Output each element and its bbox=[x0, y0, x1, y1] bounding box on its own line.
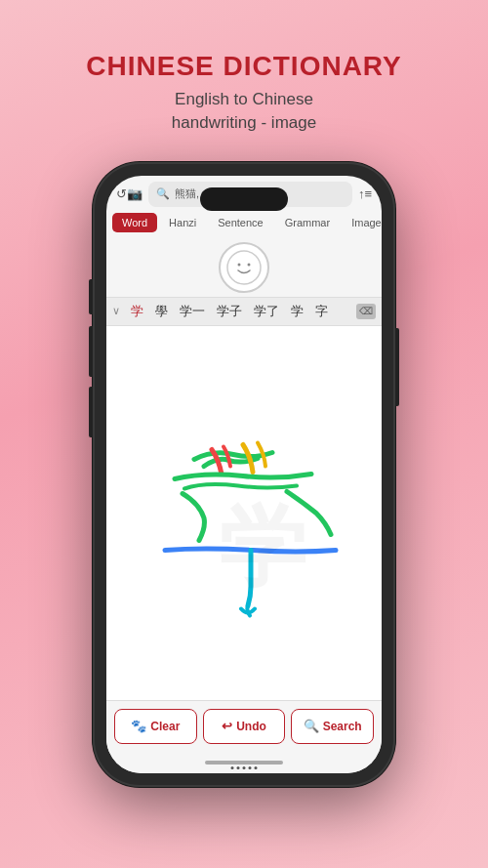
smiley-face bbox=[219, 242, 269, 293]
home-indicator bbox=[106, 752, 382, 773]
search-icon: 🔍 bbox=[156, 187, 170, 200]
svg-point-0 bbox=[227, 251, 261, 284]
tab-hanzi[interactable]: Hanzi bbox=[159, 213, 206, 232]
home-bar bbox=[205, 761, 283, 765]
tabs-row: Word Hanzi Sentence Grammar Image bbox=[106, 213, 382, 232]
char-suggestions-row: ∨ 学 學 学一 学子 学了 学 字 ⌫ bbox=[106, 297, 382, 326]
refresh-icon[interactable]: ↺ bbox=[116, 186, 127, 201]
char-option-0[interactable]: 学 bbox=[126, 301, 148, 322]
phone-speaker bbox=[231, 766, 258, 769]
expand-icon[interactable]: ∨ bbox=[112, 305, 120, 317]
delete-char-button[interactable]: ⌫ bbox=[356, 304, 376, 319]
settings-icon[interactable]: ≡ bbox=[364, 186, 372, 201]
drawing-canvas: 学 bbox=[106, 326, 382, 700]
char-option-1[interactable]: 學 bbox=[150, 301, 173, 322]
char-option-4[interactable]: 学了 bbox=[249, 301, 284, 322]
bottom-buttons: 🐾 Clear ↩ Undo 🔍 Search bbox=[106, 700, 382, 752]
app-subtitle: English to Chinese handwriting - image bbox=[172, 88, 316, 135]
smiley-area bbox=[106, 236, 382, 297]
undo-button[interactable]: ↩ Undo bbox=[203, 709, 286, 744]
volume-up-button bbox=[89, 326, 93, 377]
clear-icon: 🐾 bbox=[131, 719, 146, 733]
tab-sentence[interactable]: Sentence bbox=[208, 213, 272, 232]
search-button[interactable]: 🔍 Search bbox=[291, 709, 374, 744]
app-title: CHINESE DICTIONARY bbox=[86, 51, 401, 82]
power-button bbox=[395, 328, 399, 406]
volume-down-button bbox=[89, 387, 93, 437]
svg-point-1 bbox=[238, 263, 241, 266]
volume-mute-button bbox=[89, 279, 93, 314]
phone-shell: ↺ 📷 🔍 熊猫, xiongmao o... ↑ ≡ Word Hanzi S… bbox=[93, 162, 395, 787]
tab-grammar[interactable]: Grammar bbox=[275, 213, 340, 232]
char-option-3[interactable]: 学子 bbox=[212, 301, 247, 322]
char-option-6[interactable]: 字 bbox=[310, 301, 333, 322]
char-option-5[interactable]: 学 bbox=[286, 301, 308, 322]
phone-mockup: ↺ 📷 🔍 熊猫, xiongmao o... ↑ ≡ Word Hanzi S… bbox=[93, 162, 395, 787]
phone-screen: ↺ 📷 🔍 熊猫, xiongmao o... ↑ ≡ Word Hanzi S… bbox=[106, 176, 382, 773]
clear-button[interactable]: 🐾 Clear bbox=[114, 709, 197, 744]
search-label: Search bbox=[323, 720, 362, 733]
camera-icon[interactable]: 📷 bbox=[127, 186, 142, 201]
char-option-2[interactable]: 学一 bbox=[175, 301, 210, 322]
svg-text:学: 学 bbox=[219, 498, 306, 595]
tab-word[interactable]: Word bbox=[112, 213, 157, 232]
dynamic-island bbox=[200, 187, 288, 211]
tab-image[interactable]: Image bbox=[342, 213, 382, 232]
svg-point-2 bbox=[248, 263, 251, 266]
drawing-area[interactable]: 学 bbox=[106, 326, 382, 700]
clear-label: Clear bbox=[150, 720, 180, 733]
undo-label: Undo bbox=[236, 720, 266, 733]
search-btn-icon: 🔍 bbox=[304, 719, 319, 733]
undo-icon: ↩ bbox=[222, 719, 232, 733]
